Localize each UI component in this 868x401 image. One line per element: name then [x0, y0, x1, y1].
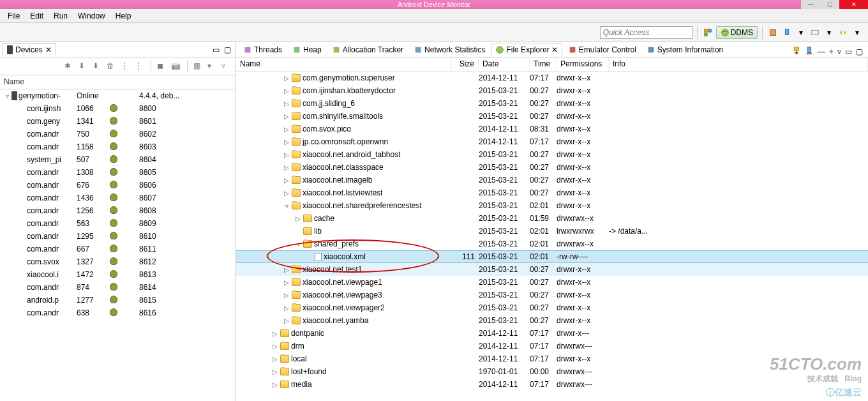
process-row[interactable]: com.geny13418601 — [0, 115, 236, 128]
menu-icon[interactable]: ▿ — [221, 61, 232, 72]
view-menu-icon[interactable]: ▿ — [837, 47, 841, 56]
tab-heap[interactable]: Heap — [288, 43, 326, 57]
file-row[interactable]: ▷xiaocool.net.android_tabhost2015-03-210… — [236, 148, 868, 161]
pull-file-icon[interactable] — [792, 46, 801, 57]
device-root[interactable]: ▿genymotion-Online4.4.4, deb... — [0, 89, 236, 102]
dump-hprof-icon[interactable]: ⬇ — [93, 61, 103, 72]
minimize-icon[interactable]: ▭ — [845, 47, 852, 56]
file-row[interactable]: ▷xiaocool.net.test12015-03-2100:27drwxr-… — [236, 263, 868, 276]
file-row[interactable]: ▷local2014-12-1107:17drwxr-x--x — [236, 352, 868, 365]
col-size[interactable]: Size — [452, 57, 479, 71]
open-perspective-icon[interactable] — [702, 27, 714, 38]
file-row[interactable]: ▷lost+found1970-01-0100:00drwxrwx--- — [236, 365, 868, 378]
tool-icon-2[interactable] — [781, 27, 793, 38]
process-row[interactable]: com.andr8748614 — [0, 281, 236, 294]
file-row[interactable]: ▷com.genymotion.superuser2014-12-1107:17… — [236, 72, 868, 84]
process-row[interactable]: com.andr6768606 — [0, 179, 236, 192]
bug-icon — [110, 296, 117, 303]
add-icon[interactable]: + — [829, 47, 834, 56]
menu-file[interactable]: File — [3, 10, 25, 22]
thread-icon[interactable]: ⋮ — [121, 61, 131, 72]
maximize-button[interactable]: ▢ — [820, 0, 839, 9]
tab-allocation-tracker[interactable]: Allocation Tracker — [327, 43, 408, 57]
file-row[interactable]: ▷cache2015-03-2101:59drwxrwx--x — [236, 212, 868, 225]
file-row[interactable]: ▷xiaocool.net.imagelb2015-03-2100:27drwx… — [236, 174, 868, 186]
quick-access-input[interactable] — [600, 26, 692, 39]
process-row[interactable]: com.andr6678611 — [0, 243, 236, 255]
tool-icon-7[interactable]: ▾ — [851, 27, 863, 38]
process-row[interactable]: com.andr12958610 — [0, 230, 236, 243]
svg-rect-10 — [294, 47, 300, 53]
process-row[interactable]: com.andr11588603 — [0, 140, 236, 153]
tab-threads[interactable]: Threads — [239, 43, 287, 57]
menu-help[interactable]: Help — [110, 10, 137, 22]
file-row[interactable]: lib2015-03-2102:01lrwxrwxrwx-> /data/a..… — [236, 225, 868, 238]
stop-icon[interactable]: ◼ — [157, 61, 167, 72]
process-row[interactable]: com.svox13278612 — [0, 255, 236, 268]
method-profile-icon[interactable]: ⋮ — [135, 61, 145, 72]
push-file-icon[interactable] — [805, 46, 814, 57]
tab-network-statistics[interactable]: Network Statistics — [409, 43, 490, 57]
tab-file-explorer[interactable]: File Explorer ✕ — [491, 43, 562, 57]
update-heap-icon[interactable]: ⬇ — [79, 61, 89, 72]
process-row[interactable]: com.ijinsh10668600 — [0, 102, 236, 115]
file-row[interactable]: xiaocool.xml1112015-03-2102:01-rw-rw---- — [236, 250, 868, 263]
file-row[interactable]: ▷xiaocool.net.viewpage32015-03-2100:27dr… — [236, 289, 868, 301]
file-row[interactable]: ▷xiaocool.net.yamba2015-03-2100:27drwxr-… — [236, 314, 868, 327]
camera-icon[interactable]: 📷 — [171, 61, 181, 72]
file-row[interactable]: ▷media2014-12-1107:17drwxrwx--- — [236, 378, 868, 391]
menu-edit[interactable]: Edit — [25, 10, 49, 22]
folder-icon — [280, 368, 289, 375]
delete-icon[interactable]: — — [818, 47, 825, 56]
maximize-view-icon[interactable]: ▢ — [221, 44, 233, 56]
file-row[interactable]: ▷xiaocool.net.viewpage12015-03-2100:27dr… — [236, 276, 868, 289]
menu-run[interactable]: Run — [49, 10, 73, 22]
file-row[interactable]: ▷xiaocool.net.classspace2015-03-2100:27d… — [236, 161, 868, 174]
process-row[interactable]: system_pi5078604 — [0, 153, 236, 166]
minimize-view-icon[interactable]: ▭ — [210, 44, 221, 56]
file-row[interactable]: ▿shared_prefs2015-03-2102:01drwxrwx--x — [236, 238, 868, 250]
tool-icon-1[interactable] — [767, 27, 779, 38]
process-row[interactable]: com.andr7508602 — [0, 128, 236, 140]
col-info[interactable]: Info — [609, 57, 868, 71]
ddms-perspective-button[interactable]: DDMS — [716, 26, 758, 39]
col-perm[interactable]: Permissions — [557, 57, 609, 71]
process-row[interactable]: com.andr6388616 — [0, 306, 236, 319]
file-row[interactable]: ▷xiaocool.net.listviewtest2015-03-2100:2… — [236, 186, 868, 199]
gc-icon[interactable]: 🗑 — [107, 61, 117, 72]
file-row[interactable]: ▷xiaocool.net.viewpager22015-03-2100:27d… — [236, 301, 868, 314]
menu-window[interactable]: Window — [73, 10, 110, 22]
file-row[interactable]: ▷com.ijinshan.kbatterydoctor2015-03-2100… — [236, 84, 868, 97]
process-row[interactable]: com.andr12568608 — [0, 204, 236, 217]
process-row[interactable]: android.p12778615 — [0, 294, 236, 306]
file-row[interactable]: ▷com.shinylife.smalltools2015-03-2100:27… — [236, 110, 868, 123]
file-row[interactable]: ▿xiaocool.net.sharedpreferencestest2015-… — [236, 199, 868, 212]
col-name[interactable]: Name — [236, 57, 452, 71]
col-date[interactable]: Date — [479, 57, 530, 71]
minimize-button[interactable]: — — [801, 0, 820, 9]
process-row[interactable]: com.andr13088605 — [0, 166, 236, 179]
process-row[interactable]: com.andr14368607 — [0, 192, 236, 204]
devices-tab[interactable]: Devices ✕ — [3, 43, 56, 56]
col-time[interactable]: Time — [530, 57, 557, 71]
file-row[interactable]: ▷dontpanic2014-12-1107:17drwxr-x--- — [236, 327, 868, 340]
folder-icon — [292, 74, 301, 82]
systrace-icon[interactable]: ▾ — [207, 61, 218, 72]
tool-icon-6[interactable] — [837, 27, 849, 38]
debug-icon[interactable]: ✱ — [64, 61, 75, 72]
tab-emulator-control[interactable]: Emulator Control — [564, 43, 641, 57]
maximize-icon[interactable]: ▢ — [856, 47, 863, 56]
tool-icon-4[interactable] — [809, 27, 821, 38]
file-row[interactable]: ▷com.svox.pico2014-12-1108:31drwxr-x--x — [236, 123, 868, 135]
tab-system-information[interactable]: System Information — [642, 43, 728, 57]
file-row[interactable]: ▷com.jj.sliding_62015-03-2100:27drwxr-x-… — [236, 97, 868, 110]
process-row[interactable]: xiaocool.i14728613 — [0, 268, 236, 281]
file-row[interactable]: ▷drm2014-12-1107:17drwxrwx--- — [236, 340, 868, 352]
process-row[interactable]: com.andr5638609 — [0, 217, 236, 230]
capture-icon[interactable]: ▦ — [193, 61, 204, 72]
folder-icon — [292, 278, 301, 286]
close-button[interactable]: ✕ — [839, 0, 868, 9]
tool-icon-5[interactable]: ▾ — [823, 27, 835, 38]
tool-icon-3[interactable]: ▾ — [795, 27, 807, 38]
file-row[interactable]: ▷jp.co.omronsoft.openwnn2014-12-1107:17d… — [236, 135, 868, 148]
